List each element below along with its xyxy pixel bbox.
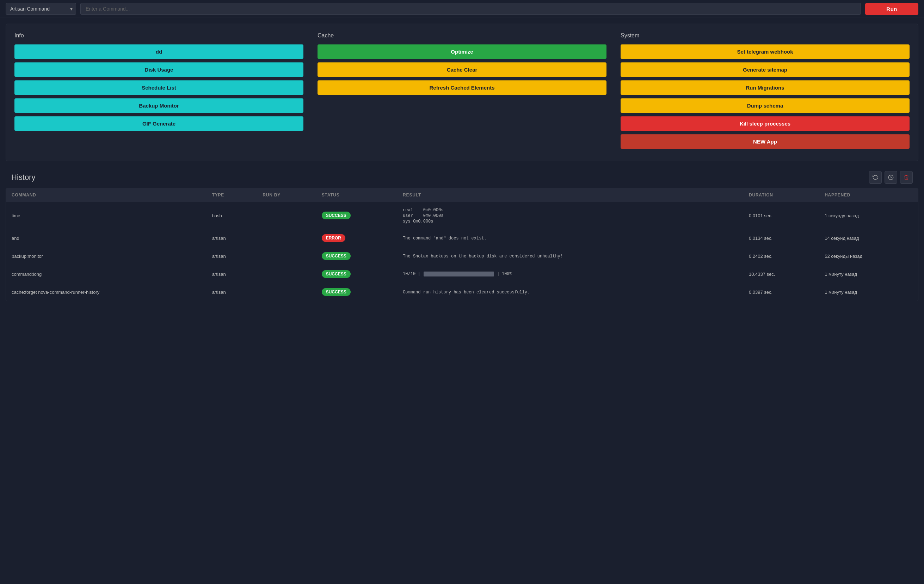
history-table-head: COMMAND TYPE RUN BY STATUS RESULT DURATI… (6, 188, 918, 202)
progress-bar (424, 271, 494, 276)
delete-history-button[interactable] (900, 171, 913, 184)
cell-status: SUCCESS (316, 283, 397, 301)
btn-schedule-list[interactable]: Schedule List (15, 80, 304, 95)
cell-command: cache:forget nova-command-runner-history (6, 283, 206, 301)
status-badge: SUCCESS (322, 288, 351, 296)
col-command: COMMAND (6, 188, 206, 202)
cell-type: artisan (206, 247, 257, 265)
cell-run-by (257, 247, 316, 265)
command-type-select[interactable]: Artisan Command (6, 3, 76, 15)
info-panel-title: Info (15, 32, 304, 39)
cell-duration: 0.0134 sec. (743, 229, 819, 247)
system-panel-title: System (620, 32, 909, 39)
cell-duration: 0.0397 sec. (743, 283, 819, 301)
btn-kill-sleep[interactable]: Kill sleep processes (620, 116, 909, 131)
cell-command: command:long (6, 265, 206, 283)
cell-status: ERROR (316, 229, 397, 247)
run-button[interactable]: Run (865, 3, 918, 15)
btn-row-migrations: Run Migrations (620, 80, 909, 95)
btn-run-migrations[interactable]: Run Migrations (620, 80, 909, 95)
status-badge: SUCCESS (322, 252, 351, 260)
btn-generate-sitemap[interactable]: Generate sitemap (620, 63, 909, 77)
cell-status: SUCCESS (316, 247, 397, 265)
cell-run-by (257, 202, 316, 229)
table-row: command:longartisanSUCCESS10/10 [] 100%1… (6, 265, 918, 283)
cell-type: artisan (206, 283, 257, 301)
result-text: The Snotax backups on the backup disk ar… (403, 254, 563, 259)
cache-panel: Cache Optimize Cache Clear Refresh Cache… (317, 32, 607, 152)
clock-history-button[interactable] (884, 171, 897, 184)
command-input[interactable] (80, 3, 861, 15)
btn-row-dump-schema: Dump schema (620, 98, 909, 113)
cell-duration: 10.4337 sec. (743, 265, 819, 283)
cell-run-by (257, 283, 316, 301)
btn-row-schedule-list: Schedule List (15, 80, 304, 95)
cell-type: bash (206, 202, 257, 229)
btn-row-telegram: Set telegram webhook (620, 45, 909, 59)
btn-refresh-cached[interactable]: Refresh Cached Elements (317, 80, 607, 95)
btn-row-optimize: Optimize (317, 45, 607, 59)
btn-gif-generate[interactable]: GIF Generate (15, 116, 304, 131)
btn-dd[interactable]: dd (15, 45, 304, 59)
panels-container: Info dd Disk Usage Schedule List Backup … (6, 24, 918, 161)
progress-percent: ] 100% (497, 271, 512, 276)
info-panel: Info dd Disk Usage Schedule List Backup … (15, 32, 304, 152)
refresh-icon (873, 175, 878, 180)
command-type-select-wrapper[interactable]: Artisan Command (6, 3, 76, 15)
cell-run-by (257, 229, 316, 247)
cell-duration: 0.2402 sec. (743, 247, 819, 265)
btn-row-cache-clear: Cache Clear (317, 63, 607, 77)
table-row: backup:monitorartisanSUCCESSThe Snotax b… (6, 247, 918, 265)
cell-result: The Snotax backups on the backup disk ar… (397, 247, 743, 265)
btn-row-backup-monitor: Backup Monitor (15, 98, 304, 113)
cell-run-by (257, 265, 316, 283)
status-badge: ERROR (322, 234, 345, 242)
refresh-history-button[interactable] (869, 171, 882, 184)
col-duration: DURATION (743, 188, 819, 202)
progress-label: 10/10 [ (403, 271, 421, 276)
btn-telegram-webhook[interactable]: Set telegram webhook (620, 45, 909, 59)
cell-happened: 14 секунд назад (819, 229, 918, 247)
table-row: andartisanERRORThe command "and" does no… (6, 229, 918, 247)
cell-type: artisan (206, 265, 257, 283)
btn-cache-clear[interactable]: Cache Clear (317, 63, 607, 77)
clock-icon (888, 175, 894, 180)
col-run-by: RUN BY (257, 188, 316, 202)
status-badge: SUCCESS (322, 270, 351, 278)
btn-dump-schema[interactable]: Dump schema (620, 98, 909, 113)
status-badge: SUCCESS (322, 212, 351, 219)
btn-disk-usage[interactable]: Disk Usage (15, 63, 304, 77)
cell-happened: 1 минуту назад (819, 265, 918, 283)
history-table-wrap: COMMAND TYPE RUN BY STATUS RESULT DURATI… (6, 188, 918, 301)
btn-row-dd: dd (15, 45, 304, 59)
cell-status: SUCCESS (316, 265, 397, 283)
progress-fill (424, 271, 494, 276)
btn-backup-monitor[interactable]: Backup Monitor (15, 98, 304, 113)
cell-command: time (6, 202, 206, 229)
system-panel: System Set telegram webhook Generate sit… (620, 32, 909, 152)
cell-type: artisan (206, 229, 257, 247)
cell-happened: 52 секунды назад (819, 247, 918, 265)
btn-new-app[interactable]: NEW App (620, 134, 909, 149)
col-type: TYPE (206, 188, 257, 202)
btn-row-disk-usage: Disk Usage (15, 63, 304, 77)
btn-row-kill-sleep: Kill sleep processes (620, 116, 909, 131)
table-row: timebashSUCCESSreal 0m0.000s user 0m0.00… (6, 202, 918, 229)
cell-duration: 0.0101 sec. (743, 202, 819, 229)
topbar: Artisan Command Run (0, 0, 924, 18)
cell-happened: 1 секунду назад (819, 202, 918, 229)
col-happened: HAPPENED (819, 188, 918, 202)
result-text: Command run history has been cleared suc… (403, 290, 530, 295)
col-status: STATUS (316, 188, 397, 202)
history-actions (869, 171, 913, 184)
btn-row-gif-generate: GIF Generate (15, 116, 304, 131)
result-text: The command "and" does not exist. (403, 236, 487, 241)
history-header: History (6, 167, 918, 188)
cell-result: 10/10 [] 100% (397, 265, 743, 283)
cell-command: backup:monitor (6, 247, 206, 265)
btn-row-refresh-cached: Refresh Cached Elements (317, 80, 607, 95)
btn-optimize[interactable]: Optimize (317, 45, 607, 59)
history-table: COMMAND TYPE RUN BY STATUS RESULT DURATI… (6, 188, 918, 301)
cell-status: SUCCESS (316, 202, 397, 229)
history-table-body: timebashSUCCESSreal 0m0.000s user 0m0.00… (6, 202, 918, 301)
